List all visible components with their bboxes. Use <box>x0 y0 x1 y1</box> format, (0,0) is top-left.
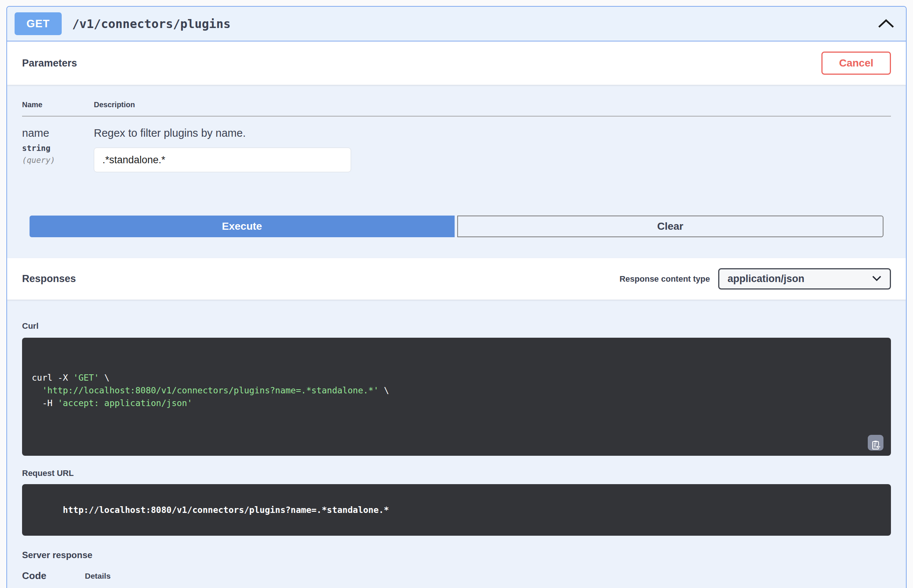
server-response-label: Server response <box>22 550 891 561</box>
parameter-description: Regex to filter plugins by name. <box>94 127 891 139</box>
endpoint-path: /v1/connectors/plugins <box>72 17 231 31</box>
operation-block-get: GET /v1/connectors/plugins Parameters Ca… <box>6 6 907 588</box>
http-method-badge: GET <box>15 12 62 35</box>
parameters-table: Name Description name string (query) Reg… <box>22 100 891 172</box>
request-url-block: http://localhost:8080/v1/connectors/plug… <box>22 484 891 536</box>
parameter-type: string <box>22 144 94 153</box>
execute-button[interactable]: Execute <box>29 216 455 237</box>
cancel-button[interactable]: Cancel <box>821 52 891 75</box>
responses-title: Responses <box>22 273 620 285</box>
request-url-label: Request URL <box>22 468 891 478</box>
column-header-code: Code <box>22 570 85 588</box>
responses-content: Curl curl -X 'GET' \ 'http://localhost:8… <box>7 300 906 588</box>
parameter-name: name <box>22 127 94 139</box>
operation-summary[interactable]: GET /v1/connectors/plugins <box>7 7 906 42</box>
responses-header: Responses Response content type applicat… <box>7 258 906 300</box>
request-url-text: http://localhost:8080/v1/connectors/plug… <box>63 505 389 515</box>
collapse-button[interactable] <box>875 16 897 31</box>
parameters-header: Parameters Cancel <box>7 42 906 85</box>
curl-command-text: curl -X 'GET' \ 'http://localhost:8080/v… <box>32 372 881 409</box>
clear-button[interactable]: Clear <box>457 216 884 237</box>
curl-label: Curl <box>22 321 891 331</box>
curl-command-block: curl -X 'GET' \ 'http://localhost:8080/v… <box>22 338 891 456</box>
column-header-name: Name <box>22 100 94 116</box>
column-header-description: Description <box>94 100 891 116</box>
parameters-title: Parameters <box>22 58 821 69</box>
server-response-table: Code Details 200 Response body [ { "name… <box>22 570 891 588</box>
parameter-value-input[interactable] <box>94 147 351 172</box>
clipboard-copy-icon <box>868 429 884 457</box>
copy-to-clipboard-button[interactable] <box>868 435 884 451</box>
parameter-description-cell: Regex to filter plugins by name. <box>94 116 891 172</box>
column-header-details: Details <box>85 570 891 588</box>
response-content-type-label: Response content type <box>620 274 710 284</box>
parameters-area: Name Description name string (query) Reg… <box>7 85 906 258</box>
execute-row: Execute Clear <box>29 216 884 237</box>
chevron-down-icon <box>872 275 882 283</box>
chevron-up-icon <box>877 24 895 30</box>
parameter-name-cell: name string (query) <box>22 116 94 172</box>
response-content-type-value: application/json <box>728 273 872 285</box>
parameter-location: (query) <box>22 156 94 165</box>
response-content-type-select[interactable]: application/json <box>718 268 891 289</box>
